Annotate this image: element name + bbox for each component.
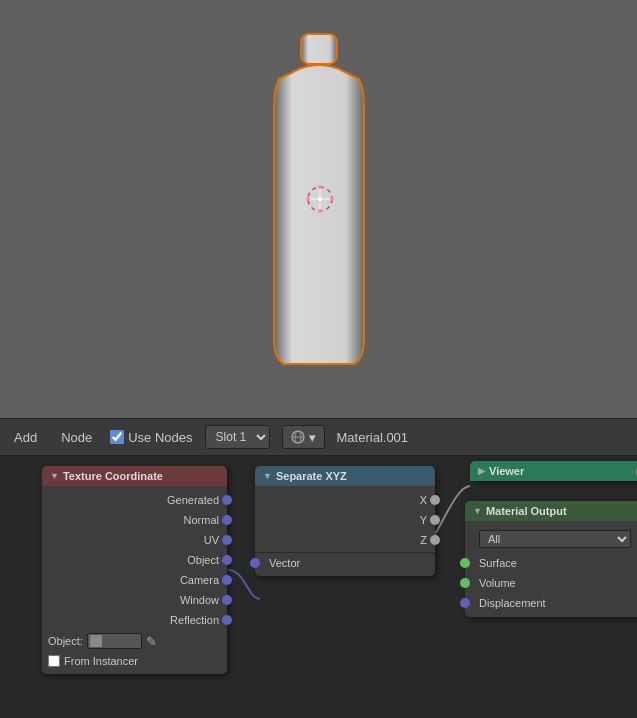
displacement-socket[interactable] <box>460 598 470 608</box>
from-instancer-checkbox[interactable] <box>48 655 60 667</box>
node-row-camera: Camera <box>42 570 227 590</box>
texture-coord-body: Generated Normal UV Object Camera <box>42 486 227 674</box>
node-button[interactable]: Node <box>55 428 98 447</box>
from-instancer-label: From Instancer <box>64 655 138 667</box>
window-socket[interactable] <box>222 595 232 605</box>
all-select[interactable]: All <box>479 530 631 548</box>
node-row-x: X <box>255 490 435 510</box>
node-row-object: Object <box>42 550 227 570</box>
texture-coordinate-node[interactable]: ▼ Texture Coordinate Generated Normal UV… <box>42 466 227 674</box>
texture-coord-header: ▼ Texture Coordinate <box>42 466 227 486</box>
dropper-button[interactable]: ✎ <box>146 634 157 649</box>
surface-label: Surface <box>465 557 637 569</box>
displacement-label: Displacement <box>465 597 637 609</box>
material-output-title: Material Output <box>486 505 567 517</box>
generated-label: Generated <box>42 494 227 506</box>
from-instancer-row: From Instancer <box>42 652 227 670</box>
node-row-uv: UV <box>42 530 227 550</box>
node-row-displacement: Displacement <box>465 593 637 613</box>
svg-point-8 <box>306 197 310 201</box>
window-label: Window <box>42 594 227 606</box>
node-row-vector: Vector <box>255 552 435 572</box>
material-output-body: All Surface Volume Displacement <box>465 521 637 617</box>
separate-xyz-title: Separate XYZ <box>276 470 347 482</box>
add-button[interactable]: Add <box>8 428 43 447</box>
uv-label: UV <box>42 534 227 546</box>
node-row-reflection: Reflection <box>42 610 227 630</box>
volume-socket[interactable] <box>460 578 470 588</box>
x-socket[interactable] <box>430 495 440 505</box>
separate-xyz-node[interactable]: ▼ Separate XYZ X Y Z Vector <box>255 466 435 576</box>
sphere-chevron: ▾ <box>309 430 316 445</box>
object-field-label: Object: <box>48 635 83 647</box>
svg-rect-0 <box>301 34 337 64</box>
viewer-title: Viewer <box>489 465 524 477</box>
svg-point-4 <box>318 197 322 201</box>
camera-label: Camera <box>42 574 227 586</box>
texture-coord-title: Texture Coordinate <box>63 470 163 482</box>
use-nodes-checkbox[interactable] <box>110 430 124 444</box>
svg-point-7 <box>318 209 322 213</box>
node-row-y: Y <box>255 510 435 530</box>
material-name: Material.001 <box>337 430 409 445</box>
normal-socket[interactable] <box>222 515 232 525</box>
surface-socket[interactable] <box>460 558 470 568</box>
node-row-window: Window <box>42 590 227 610</box>
viewer-header: ▶ Viewer <box>470 461 637 481</box>
node-row-generated: Generated <box>42 490 227 510</box>
viewport <box>0 0 637 418</box>
material-output-header: ▼ Material Output <box>465 501 637 521</box>
object-socket[interactable] <box>222 555 232 565</box>
crosshair <box>304 183 334 213</box>
z-socket[interactable] <box>430 535 440 545</box>
volume-label: Volume <box>465 577 637 589</box>
y-label: Y <box>255 514 435 526</box>
material-output-node[interactable]: ▼ Material Output All Surface Volume <box>465 501 637 617</box>
node-editor: ▼ Texture Coordinate Generated Normal UV… <box>0 456 637 718</box>
separate-xyz-header: ▼ Separate XYZ <box>255 466 435 486</box>
vector-input-socket[interactable] <box>250 558 260 568</box>
sphere-icon <box>291 430 305 444</box>
node-row-volume: Volume <box>465 573 637 593</box>
svg-point-5 <box>318 185 322 189</box>
use-nodes-toggle[interactable]: Use Nodes <box>110 430 192 445</box>
bottle-preview <box>259 29 379 389</box>
x-label: X <box>255 494 435 506</box>
y-socket[interactable] <box>430 515 440 525</box>
viewer-node[interactable]: ▶ Viewer <box>470 461 637 481</box>
toolbar: Add Node Use Nodes Slot 1 ▾ Material.001 <box>0 418 637 456</box>
object-field-row: Object: ✎ <box>42 630 227 652</box>
vector-label: Vector <box>255 557 435 569</box>
reflection-label: Reflection <box>42 614 227 626</box>
uv-socket[interactable] <box>222 535 232 545</box>
node-row-z: Z <box>255 530 435 550</box>
sphere-button[interactable]: ▾ <box>282 425 325 449</box>
object-label: Object <box>42 554 227 566</box>
normal-label: Normal <box>42 514 227 526</box>
all-select-row: All <box>465 525 637 553</box>
camera-socket[interactable] <box>222 575 232 585</box>
node-row-surface: Surface <box>465 553 637 573</box>
object-field[interactable] <box>87 633 142 649</box>
object-field-icon <box>90 635 102 647</box>
z-label: Z <box>255 534 435 546</box>
reflection-socket[interactable] <box>222 615 232 625</box>
node-row-normal: Normal <box>42 510 227 530</box>
generated-socket[interactable] <box>222 495 232 505</box>
svg-point-6 <box>330 197 334 201</box>
use-nodes-label: Use Nodes <box>128 430 192 445</box>
slot-select[interactable]: Slot 1 <box>205 425 270 449</box>
separate-xyz-body: X Y Z Vector <box>255 486 435 576</box>
